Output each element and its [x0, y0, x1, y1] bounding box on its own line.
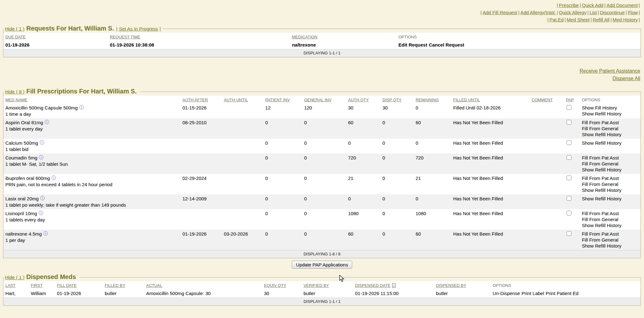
- col-comment[interactable]: COMMENT: [530, 96, 564, 103]
- col-disp-qty[interactable]: DISP QTY: [380, 96, 414, 103]
- option-link[interactable]: Show Refill History: [582, 140, 639, 146]
- col-pap[interactable]: PAP: [564, 96, 580, 103]
- nav-link-discontinue[interactable]: Discontinue: [600, 10, 625, 15]
- patient-inv-cell: 0: [264, 230, 303, 250]
- nav-link-med-sheet[interactable]: Med Sheet: [567, 17, 590, 22]
- auth-after-cell: [180, 139, 222, 153]
- col-last[interactable]: LAST: [3, 281, 29, 289]
- col-equiv-qty[interactable]: EQUIV QTY: [262, 281, 302, 289]
- nav-link-med-history[interactable]: Med History: [613, 17, 638, 22]
- dispensed-hide-link[interactable]: Hide ( 1 ): [5, 275, 25, 280]
- pap-checkbox[interactable]: [567, 120, 571, 125]
- fill-title: Fill Prescriptions For Hart, William S.: [26, 88, 137, 95]
- option-link[interactable]: Fill From General: [582, 216, 639, 222]
- info-icon[interactable]: ⓘ: [79, 105, 84, 110]
- col-patient-inv[interactable]: PATIENT INV: [264, 96, 303, 103]
- print-patient-ed-link[interactable]: Print Patient Ed: [546, 291, 578, 296]
- med-cell: Lasix oral 20mgⓘ 1 tablet po weekly; tak…: [3, 194, 180, 209]
- cancel-request-link[interactable]: Cancel Request: [429, 42, 464, 47]
- update-pap-applications-button[interactable]: Update PAP Applications: [292, 261, 352, 269]
- nav-link-refill-all[interactable]: Refill All: [593, 17, 609, 22]
- edit-request-link[interactable]: Edit Request: [398, 42, 427, 47]
- pap-checkbox[interactable]: [567, 231, 571, 236]
- option-link[interactable]: Show Refill History: [582, 196, 639, 202]
- col-auth-until[interactable]: AUTH UNTIL: [222, 96, 264, 103]
- col-request-time[interactable]: REQUEST TIME: [108, 33, 290, 41]
- fill-legend: Hide ( 8 )Fill Prescriptions For Hart, W…: [3, 87, 140, 96]
- request-options-cell: Edit RequestCancel Request: [397, 41, 641, 49]
- nav-link-prescribe[interactable]: Prescribe: [559, 3, 579, 8]
- nav-link-pat-ed[interactable]: Pat.Ed: [549, 17, 564, 22]
- option-link[interactable]: Show Refill History: [582, 167, 639, 173]
- col-actual[interactable]: ACTUAL: [144, 281, 262, 289]
- comment-cell: [530, 194, 564, 209]
- dispensed-meds-section: Hide ( 1 )Dispensed Meds LAST FIRST FILL…: [3, 273, 641, 306]
- pap-checkbox[interactable]: [567, 105, 571, 110]
- col-filled-by[interactable]: FILLED BY: [103, 281, 144, 289]
- info-icon[interactable]: ⓘ: [52, 175, 56, 180]
- nav-link-list[interactable]: List: [590, 10, 597, 15]
- col-first[interactable]: FIRST: [29, 281, 55, 289]
- pap-checkbox[interactable]: [567, 211, 571, 215]
- option-link[interactable]: Fill From Pat Asst: [582, 231, 639, 237]
- option-link[interactable]: Fill From General: [582, 161, 639, 167]
- option-link[interactable]: Fill From General: [582, 181, 639, 187]
- info-icon[interactable]: ⓘ: [40, 140, 44, 145]
- option-link[interactable]: Show Refill History: [582, 222, 639, 228]
- receive-patient-assistance-link[interactable]: Receive Patient Assistance: [580, 68, 640, 74]
- col-due-date[interactable]: DUE DATE: [3, 33, 108, 41]
- option-link[interactable]: Fill From Pat Asst: [582, 210, 639, 216]
- option-link[interactable]: Show Fill History: [582, 105, 639, 111]
- option-link[interactable]: Fill From General: [582, 126, 639, 131]
- col-dispensed-date[interactable]: DISPENSED DATE↓: [353, 281, 434, 289]
- comment-cell: [530, 118, 564, 139]
- col-remaining[interactable]: REMAINING: [414, 96, 452, 103]
- nav-link-add-allergy-intol[interactable]: Add Allergy/Intol.: [520, 10, 556, 15]
- pap-checkbox[interactable]: [567, 196, 571, 201]
- request-row: 01-19-2026 01-19-2026 10:38:08 naltrexon…: [3, 41, 641, 49]
- col-medication[interactable]: MEDICATION: [290, 33, 397, 41]
- sort-descending-icon[interactable]: ↓: [392, 283, 396, 288]
- requests-table: DUE DATE REQUEST TIME MEDICATION OPTIONS…: [3, 33, 641, 57]
- nav-link-add-document[interactable]: Add Document: [607, 3, 638, 8]
- col-general-inv[interactable]: GENERAL INV: [302, 96, 346, 103]
- option-link[interactable]: Fill From Pat Asst: [582, 120, 639, 126]
- col-med-name[interactable]: MED NAME: [3, 96, 180, 103]
- nav-link-add-fill-request[interactable]: Add Fill Request: [483, 10, 517, 15]
- col-filled-until[interactable]: FILLED UNTIL: [451, 96, 530, 103]
- dispense-all-link[interactable]: Dispense All: [613, 76, 640, 81]
- nav-link-flow[interactable]: Flow: [628, 10, 638, 15]
- option-link[interactable]: Fill From Pat Asst: [582, 155, 639, 161]
- col-auth-qty[interactable]: AUTH QTY: [346, 96, 380, 103]
- med-cell: Lisinopril 10mgⓘ 1 tablets every day: [3, 209, 180, 230]
- nav-link-quick-allergy[interactable]: Quick Allergy: [559, 10, 586, 15]
- option-link[interactable]: Show Refill History: [582, 111, 639, 117]
- pap-checkbox[interactable]: [567, 155, 571, 160]
- equiv-qty-cell: 30: [262, 289, 302, 298]
- un-dispense-link[interactable]: Un-Dispense: [493, 291, 520, 296]
- set-as-in-progress-link[interactable]: Set As In Progress: [119, 26, 158, 31]
- nav-link-quick-add[interactable]: Quick Add: [582, 3, 603, 8]
- requests-hide-link[interactable]: Hide ( 1 ): [5, 26, 25, 31]
- info-icon[interactable]: ⓘ: [39, 210, 43, 215]
- option-link[interactable]: Fill From General: [582, 237, 639, 243]
- option-link[interactable]: Show Refill History: [582, 187, 639, 193]
- option-link[interactable]: Fill From Pat Asst: [582, 175, 639, 181]
- pap-checkbox[interactable]: [567, 176, 571, 180]
- dispensed-row: Hart, William 01-19-2026 butler Amoxicil…: [3, 289, 641, 298]
- auth-after-cell: 01-15-2026: [180, 103, 222, 118]
- option-link[interactable]: Show Refill History: [582, 243, 639, 249]
- remaining-cell: 21: [414, 174, 452, 194]
- option-link[interactable]: Show Refill History: [582, 131, 639, 137]
- fill-hide-link[interactable]: Hide ( 8 ): [5, 89, 25, 94]
- info-icon[interactable]: ⓘ: [40, 196, 45, 201]
- pap-checkbox[interactable]: [567, 140, 571, 145]
- info-icon[interactable]: ⓘ: [43, 231, 48, 236]
- info-icon[interactable]: ⓘ: [39, 155, 43, 160]
- print-label-link[interactable]: Print Label: [522, 291, 544, 296]
- col-fill-date[interactable]: FILL DATE: [55, 281, 103, 289]
- col-auth-after[interactable]: AUTH AFTER: [180, 96, 222, 103]
- info-icon[interactable]: ⓘ: [45, 120, 49, 125]
- col-verified-by[interactable]: VERIFIED BY: [302, 281, 353, 289]
- col-dispensed-by[interactable]: DISPENSED BY: [434, 281, 491, 289]
